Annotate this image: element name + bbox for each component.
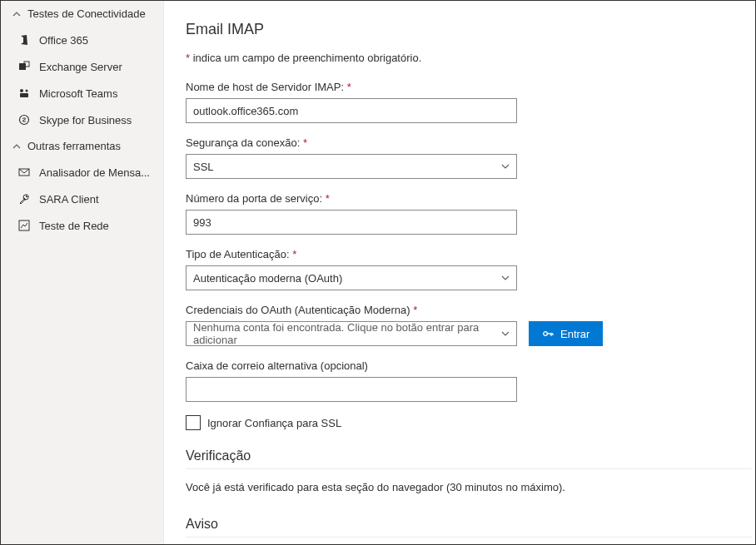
sidebar-item-label: Teste de Rede <box>39 220 109 232</box>
field-auth: Tipo de Autenticação: * Autenticação mod… <box>186 248 755 290</box>
sidebar-group-connectivity[interactable]: Testes de Conectividade <box>1 1 163 27</box>
field-oauth: Credenciais do OAuth (Autenticação Moder… <box>186 304 755 346</box>
sidebar-item-label: SARA Client <box>39 193 99 206</box>
svg-point-3 <box>26 90 28 92</box>
required-note: * indica um campo de preenchimento obrig… <box>186 52 755 64</box>
verification-heading: Verificação <box>186 448 752 469</box>
host-input[interactable] <box>186 98 517 123</box>
auth-select[interactable]: Autenticação moderna (OAuth) <box>186 265 517 290</box>
sidebar-item-exchange[interactable]: Exchange Server <box>1 53 163 80</box>
field-port: Número da porta de serviço: * <box>186 192 755 235</box>
envelope-icon <box>17 166 31 179</box>
security-select[interactable]: SSL <box>186 154 517 179</box>
sidebar-item-label: Skype for Business <box>39 114 132 126</box>
oauth-account-select[interactable]: Nenhuma conta foi encontrada. Clique no … <box>186 321 517 346</box>
field-label: Credenciais do OAuth (Autenticação Moder… <box>186 304 755 316</box>
svg-point-2 <box>20 89 23 92</box>
verification-text: Você já está verificado para esta seção … <box>186 481 755 493</box>
sidebar-item-skype[interactable]: Skype for Business <box>1 107 163 133</box>
chevron-up-icon <box>11 142 22 151</box>
field-label: Segurança da conexão: * <box>186 136 755 149</box>
sidebar-item-sara[interactable]: SARA Client <box>1 186 163 212</box>
chevron-down-icon <box>501 274 510 282</box>
sidebar-item-message-analyzer[interactable]: Analisador de Mensa... <box>1 159 163 186</box>
asterisk: * <box>186 52 193 64</box>
sidebar-group-label: Outras ferramentas <box>27 140 121 152</box>
field-label: Número da porta de serviço: * <box>186 192 755 205</box>
chevron-down-icon <box>501 329 510 338</box>
checkbox-label[interactable]: Ignorar Confiança para SSL <box>207 417 341 429</box>
sidebar-item-network-test[interactable]: Teste de Rede <box>1 212 163 239</box>
select-value: Autenticação moderna (OAuth) <box>193 272 342 285</box>
sidebar: Testes de Conectividade Office 365 Excha… <box>1 1 164 544</box>
skype-icon <box>17 113 31 126</box>
field-label: Tipo de Autenticação: * <box>186 248 755 260</box>
sidebar-item-office365[interactable]: Office 365 <box>1 27 163 53</box>
altmailbox-input[interactable] <box>186 377 517 402</box>
chevron-up-icon <box>11 10 22 18</box>
svg-point-8 <box>544 332 548 336</box>
sidebar-item-label: Office 365 <box>39 34 88 47</box>
office-icon <box>17 33 31 47</box>
sidebar-item-teams[interactable]: Microsoft Teams <box>1 80 163 107</box>
sidebar-group-othertools[interactable]: Outras ferramentas <box>1 133 163 159</box>
field-security: Segurança da conexão: * SSL <box>186 136 755 179</box>
required-note-text: indica um campo de preenchimento obrigat… <box>193 52 422 64</box>
port-input[interactable] <box>186 210 517 235</box>
sidebar-item-label: Exchange Server <box>39 61 122 73</box>
field-altmailbox: Caixa de correio alternativa (opcional) <box>186 359 755 402</box>
field-label: Nome de host de Servidor IMAP: * <box>186 81 755 93</box>
signin-button-label: Entrar <box>560 328 589 340</box>
ignore-ssl-checkbox[interactable] <box>186 415 201 430</box>
exchange-icon <box>17 60 31 73</box>
sidebar-group-label: Testes de Conectividade <box>27 7 146 20</box>
key-icon <box>542 328 554 339</box>
chart-icon <box>17 219 31 232</box>
chevron-down-icon <box>501 162 510 171</box>
page-title: Email IMAP <box>186 21 755 38</box>
field-label: Caixa de correio alternativa (opcional) <box>186 359 755 372</box>
wrench-icon <box>17 192 31 206</box>
sidebar-item-label: Analisador de Mensa... <box>39 166 150 179</box>
signin-button[interactable]: Entrar <box>529 321 603 346</box>
notice-heading: Aviso <box>186 517 752 538</box>
field-ignore-ssl: Ignorar Confiança para SSL <box>186 415 755 430</box>
main-content: Email IMAP * indica um campo de preenchi… <box>164 1 755 544</box>
teams-icon <box>17 87 31 100</box>
select-value: SSL <box>193 161 214 173</box>
select-placeholder: Nenhuma conta foi encontrada. Clique no … <box>193 321 501 346</box>
sidebar-item-label: Microsoft Teams <box>39 87 117 100</box>
field-host: Nome de host de Servidor IMAP: * <box>186 81 755 123</box>
svg-rect-4 <box>20 93 28 97</box>
